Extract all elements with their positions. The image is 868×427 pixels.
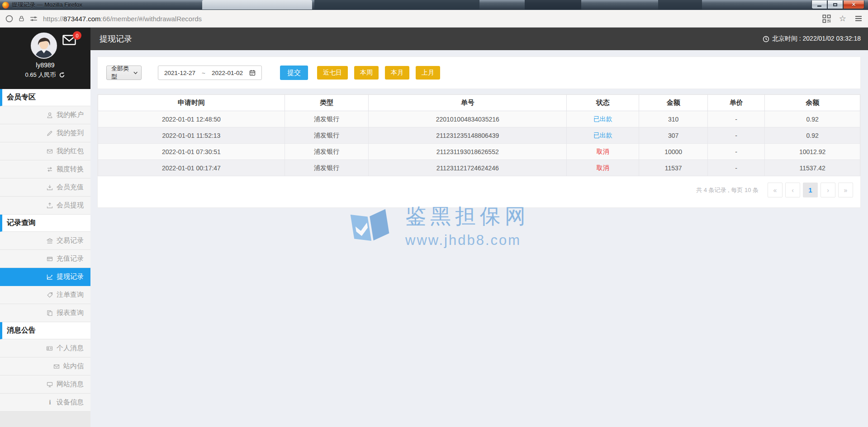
pagination: 共 4 条记录 , 每页 10 条 « ‹ 1 › »: [98, 176, 860, 207]
sidebar-item-report-query[interactable]: 报表查询: [0, 304, 90, 322]
quick-this-month-button[interactable]: 本月: [385, 66, 409, 80]
col-status: 状态: [567, 95, 639, 111]
sidebar-item-bet-query[interactable]: 注单查询: [0, 286, 90, 304]
sidebar-item-withdrawal-records[interactable]: 提现记录: [0, 268, 90, 286]
table-row: 2022-01-01 11:52:13 浦发银行 211231235148806…: [98, 127, 860, 144]
sidebar-item-member-withdraw[interactable]: 会员提现: [0, 197, 90, 215]
user-icon: [47, 112, 53, 118]
status-badge: 取消: [567, 144, 639, 160]
table-row: 2022-01-01 12:48:50 浦发银行 220101004834035…: [98, 111, 860, 127]
tracking-protection-icon[interactable]: [5, 15, 13, 23]
withdrawal-records-table: 申请时间 类型 单号 状态 金额 单价 余额 2022-01-01 12:48:…: [98, 94, 860, 176]
bank-icon: [47, 238, 53, 244]
report-pages-icon: [47, 310, 53, 316]
sidebar-item-my-redpacket[interactable]: 我的红包: [0, 142, 90, 160]
page-title: 提现记录: [100, 33, 132, 44]
open-envelope-icon: [53, 363, 60, 370]
table-row: 2022-01-01 00:17:47 浦发银行 211231121724624…: [98, 160, 860, 176]
line-chart-icon: [47, 274, 53, 280]
sidebar-item-site-messages[interactable]: 网站消息: [0, 375, 90, 394]
refresh-icon[interactable]: [59, 72, 65, 78]
sidebar-item-quota-transfer[interactable]: 额度转换: [0, 160, 90, 178]
section-records-query: 记录查询: [0, 215, 90, 232]
balance: 0.65 人民币: [25, 71, 56, 79]
sidebar-item-my-account[interactable]: 我的帐户: [0, 106, 90, 124]
date-from: 2021-12-27: [164, 70, 195, 76]
tag-icon: [47, 292, 53, 298]
next-page-button[interactable]: ›: [821, 183, 835, 197]
menu-hamburger-icon[interactable]: [854, 15, 863, 22]
background-window-fragment: [658, 0, 702, 9]
type-select[interactable]: 全部类型: [106, 66, 142, 80]
username: ly8989: [0, 61, 90, 69]
beijing-time: 北京时间 : 2022/01/02 03:32:18: [763, 35, 861, 43]
filter-panel: 全部类型 2021-12-27 ~ 2022-01-02 提交 近七日 本周: [97, 56, 861, 89]
qr-code-icon[interactable]: [822, 14, 831, 23]
url-bar[interactable]: https://873447.com:66/member/#/withdrawa…: [0, 10, 868, 28]
sidebar-item-transaction-records[interactable]: 交易记录: [0, 232, 90, 250]
watermark-site: www.jhdb8.com: [405, 232, 530, 249]
col-apply-time: 申请时间: [98, 95, 285, 111]
date-range-input[interactable]: 2021-12-27 ~ 2022-01-02: [158, 66, 262, 80]
envelope-icon: [47, 148, 53, 155]
chevron-down-icon: [133, 71, 138, 75]
quick-last7-button[interactable]: 近七日: [317, 66, 348, 80]
lock-icon[interactable]: [18, 15, 25, 22]
sidebar-item-device-info[interactable]: i 设备信息: [0, 394, 90, 412]
unread-count-badge: 0: [73, 31, 81, 40]
background-window-fragment: [314, 0, 479, 9]
status-badge: 取消: [567, 160, 639, 176]
url-text[interactable]: https://873447.com:66/member/#/withdrawa…: [43, 15, 817, 23]
first-page-button[interactable]: «: [768, 183, 783, 197]
submit-button[interactable]: 提交: [280, 66, 308, 80]
credit-card-icon: [47, 256, 53, 262]
minimize-button[interactable]: [811, 0, 827, 9]
status-badge: 已出款: [567, 111, 639, 127]
last-page-button[interactable]: »: [838, 183, 853, 197]
sidebar-item-site-mail[interactable]: 站内信: [0, 357, 90, 375]
col-amount: 金额: [639, 95, 708, 111]
prev-page-button[interactable]: ‹: [785, 183, 800, 197]
download-tray-icon: [47, 184, 53, 191]
sidebar-item-personal-messages[interactable]: 个人消息: [0, 339, 90, 357]
pencil-icon: [47, 130, 53, 136]
transfer-arrows-icon: [47, 166, 53, 173]
window-titlebar: 提现记录 — Mozilla Firefox ✕: [0, 0, 868, 10]
bookmark-star-icon[interactable]: ☆: [839, 14, 846, 23]
quick-this-week-button[interactable]: 本周: [354, 66, 379, 80]
messages-envelope-icon[interactable]: 0: [62, 35, 76, 47]
date-to: 2022-01-02: [212, 70, 243, 76]
browser-tab[interactable]: [202, 0, 312, 9]
col-order-no: 单号: [369, 95, 567, 111]
records-panel: 申请时间 类型 单号 状态 金额 单价 余额 2022-01-01 12:48:…: [97, 94, 861, 208]
id-card-icon: [46, 345, 53, 352]
background-window-fragment: [525, 0, 581, 9]
close-button[interactable]: ✕: [843, 0, 864, 9]
table-header-row: 申请时间 类型 单号 状态 金额 单价 余额: [98, 95, 860, 111]
current-page-button[interactable]: 1: [803, 183, 818, 197]
calendar-icon: [249, 70, 256, 76]
col-balance: 余额: [765, 95, 860, 111]
user-panel: 0 ly8989 0.65 人民币: [0, 28, 90, 89]
col-unit-price: 单价: [707, 95, 764, 111]
monitor-icon: [47, 381, 53, 388]
permissions-icon[interactable]: [30, 15, 38, 22]
sidebar-item-member-deposit[interactable]: 会员充值: [0, 178, 90, 197]
sidebar-footer: [0, 412, 90, 427]
quick-last-month-button[interactable]: 上月: [416, 66, 440, 80]
maximize-button[interactable]: [827, 0, 843, 9]
sidebar-item-deposit-records[interactable]: 充值记录: [0, 250, 90, 268]
pagination-summary: 共 4 条记录 , 每页 10 条: [696, 186, 759, 194]
firefox-icon: [2, 2, 9, 9]
section-message-board: 消息公告: [0, 322, 90, 339]
section-member-zone: 会员专区: [0, 89, 90, 106]
clock-icon: [763, 36, 769, 42]
info-icon: i: [47, 399, 53, 406]
table-row: 2022-01-01 07:30:51 浦发银行 211231193018626…: [98, 144, 860, 160]
avatar: [31, 33, 57, 59]
content-area: 全部类型 2021-12-27 ~ 2022-01-02 提交 近七日 本周: [90, 50, 868, 427]
sidebar-item-my-signin[interactable]: 我的签到: [0, 124, 90, 142]
upload-tray-icon: [47, 202, 53, 209]
status-badge: 已出款: [567, 127, 639, 144]
app-header: 提现记录 北京时间 : 2022/01/02 03:32:18: [90, 28, 868, 50]
